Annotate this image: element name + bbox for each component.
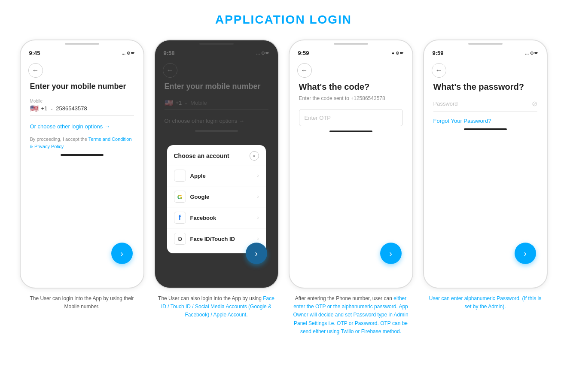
- otp-subtext: Enter the code sent to +12586543578: [299, 95, 403, 101]
- eye-icon[interactable]: ⊘: [532, 100, 537, 108]
- modal-item-apple[interactable]: Apple ›: [167, 165, 266, 186]
- input-label-1: Mobile: [30, 99, 134, 103]
- screen-col-1: 9:45 ... ⊙ ✏ ← Enter your mobile number …: [18, 40, 145, 311]
- pass-heading: What's the password?: [433, 82, 537, 92]
- mobile-input-group-1: Mobile 🇺🇸 +1 ⌄ 2586543578: [30, 99, 134, 115]
- phone-frame-3: 9:59 ● ⊙ ✏ ← What's the code? Enter the …: [289, 40, 413, 289]
- apple-chevron: ›: [257, 173, 259, 179]
- flag-icon-1: 🇺🇸: [30, 104, 39, 112]
- caption-3: After entering the Phone number, user ca…: [291, 295, 411, 336]
- modal-item-google[interactable]: G Google ›: [167, 186, 266, 207]
- caption-4: User can enter alphanumeric Password. (I…: [425, 295, 546, 311]
- modal-close-button[interactable]: ×: [250, 151, 259, 161]
- facebook-icon: f: [179, 214, 181, 222]
- status-bar-3: 9:59 ● ⊙ ✏: [290, 46, 412, 59]
- status-bar-1: 9:45 ... ⊙ ✏: [21, 46, 143, 59]
- screen1-content: Enter your mobile number Mobile 🇺🇸 +1 ⌄ …: [21, 82, 143, 150]
- modal-item-facebook[interactable]: f Facebook ›: [167, 207, 266, 228]
- caption-1: The User can login into the App by using…: [22, 295, 142, 311]
- apple-option-left: Apple: [174, 170, 206, 182]
- time-4: 9:59: [433, 50, 444, 56]
- apple-icon: [174, 170, 186, 182]
- phone-frame-4: 9:59 ... ⊙ ✏ ← What's the password? Pass…: [423, 40, 548, 289]
- status-icons-4: ... ⊙ ✏: [525, 51, 538, 55]
- status-bar-4: 9:59 ... ⊙ ✏: [424, 46, 547, 59]
- otp-input[interactable]: Enter OTP: [299, 109, 403, 126]
- country-code-1: +1: [41, 105, 48, 112]
- faceid-option-left: ⊙ Face ID/Touch ID: [174, 233, 235, 245]
- home-indicator-1: [61, 154, 104, 156]
- screens-row: 9:45 ... ⊙ ✏ ← Enter your mobile number …: [9, 40, 558, 336]
- screen-col-3: 9:59 ● ⊙ ✏ ← What's the code? Enter the …: [287, 40, 414, 336]
- otp-heading: What's the code?: [299, 82, 403, 92]
- faceid-chevron: ›: [257, 236, 259, 242]
- facebook-label: Facebook: [190, 215, 216, 221]
- next-button-2[interactable]: ›: [246, 243, 267, 264]
- time-1: 9:45: [29, 50, 40, 56]
- screen-col-2: 9:58 ... ⊙ ✏ ← Enter your mobile number …: [153, 40, 280, 319]
- time-3: 9:59: [298, 50, 309, 56]
- notch-3: [334, 43, 368, 45]
- input-row-1[interactable]: 🇺🇸 +1 ⌄ 2586543578: [30, 104, 134, 112]
- page-title: APPLICATION LOGIN: [9, 9, 558, 27]
- pass-placeholder: Password: [433, 100, 458, 107]
- terms-text-1: By proceeding, I accept the Terms and Co…: [30, 136, 134, 150]
- google-icon: G: [177, 193, 183, 201]
- next-button-3[interactable]: ›: [380, 243, 402, 264]
- screen1-heading: Enter your mobile number: [30, 82, 134, 91]
- notch-1: [65, 43, 99, 45]
- back-button-1[interactable]: ←: [28, 63, 43, 78]
- google-icon-box: G: [174, 191, 186, 203]
- modal-title: Choose an account: [174, 152, 229, 159]
- phone-frame-2: 9:58 ... ⊙ ✏ ← Enter your mobile number …: [154, 40, 279, 289]
- facebook-chevron: ›: [257, 215, 259, 221]
- back-button-3[interactable]: ←: [297, 63, 312, 78]
- google-option-left: G Google: [174, 191, 210, 203]
- modal-header: Choose an account ×: [167, 145, 266, 165]
- notch-4: [468, 43, 503, 45]
- pass-input-row[interactable]: Password ⊘: [433, 100, 537, 112]
- apple-label: Apple: [190, 173, 206, 179]
- status-icons-1: ... ⊙ ✏: [122, 51, 135, 55]
- google-chevron: ›: [257, 194, 259, 200]
- back-button-4[interactable]: ←: [432, 63, 446, 78]
- phone-frame-1: 9:45 ... ⊙ ✏ ← Enter your mobile number …: [20, 40, 144, 289]
- facebook-icon-box: f: [174, 212, 186, 224]
- home-indicator-3: [329, 131, 372, 132]
- google-label: Google: [190, 194, 210, 200]
- next-button-4[interactable]: ›: [515, 243, 536, 264]
- caption-2-end: .: [246, 312, 247, 318]
- home-indicator-4: [464, 128, 507, 130]
- caption-3-pre: After entering the Phone number, user ca…: [295, 295, 393, 301]
- faceid-icon: ⊙: [177, 235, 183, 242]
- status-icons-3: ● ⊙ ✏: [392, 51, 404, 55]
- faceid-label: Face ID/Touch ID: [190, 236, 235, 242]
- dropdown-arrow-1[interactable]: ⌄: [50, 106, 53, 111]
- next-button-1[interactable]: ›: [111, 243, 133, 264]
- terms-prefix: By proceeding, I accept the: [30, 137, 88, 142]
- phone-number-1[interactable]: 2586543578: [56, 105, 87, 112]
- facebook-option-left: f Facebook: [174, 212, 216, 224]
- faceid-icon-box: ⊙: [174, 233, 186, 245]
- screen4-content: What's the password? Password ⊘ Forgot Y…: [424, 82, 547, 124]
- caption-2: The User can also login into the App by …: [156, 295, 277, 319]
- screen3-content: What's the code? Enter the code sent to …: [290, 82, 412, 126]
- forgot-password-link[interactable]: Forgot Your Password?: [433, 118, 537, 124]
- caption-2-text: The User can also login into the App by …: [158, 295, 263, 301]
- screen-col-4: 9:59 ... ⊙ ✏ ← What's the password? Pass…: [422, 40, 549, 311]
- account-chooser-modal: Choose an account × Apple ›: [167, 145, 266, 253]
- other-login-link-1[interactable]: Or choose other login options →: [30, 123, 134, 130]
- caption-4-highlight: User can enter alphanumeric Password. (I…: [429, 295, 541, 310]
